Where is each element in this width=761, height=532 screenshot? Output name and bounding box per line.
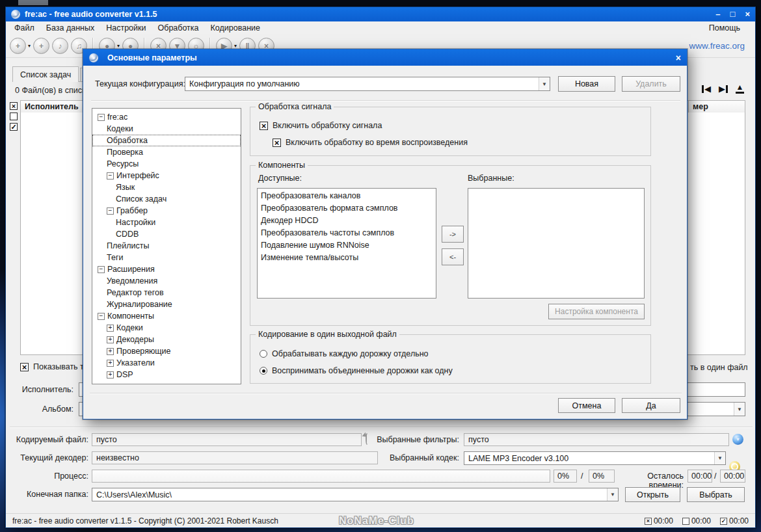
tree-expander-icon[interactable]: + bbox=[107, 371, 114, 379]
enable-processing-checkbox[interactable]: × Включить обработку сигнала bbox=[260, 121, 382, 130]
component-item[interactable]: Изменение темпа/высоты bbox=[258, 252, 436, 264]
menu-item[interactable]: Обработка bbox=[152, 22, 205, 34]
tree-item[interactable]: − Компоненты bbox=[92, 310, 241, 322]
tree-item[interactable]: + Декодеры bbox=[92, 334, 241, 345]
delete-config-button[interactable]: Удалить bbox=[622, 76, 680, 92]
tree-item[interactable]: Ресурсы bbox=[92, 158, 241, 170]
dropdown-arrow-icon[interactable] bbox=[607, 488, 618, 501]
joblist-checkbox[interactable]: ✓ bbox=[10, 123, 18, 131]
checkbox-icon[interactable]: × bbox=[20, 363, 29, 371]
tree-item[interactable]: − Расширения bbox=[92, 263, 241, 275]
toolbar-button[interactable]: ♪ bbox=[52, 38, 68, 54]
component-item[interactable]: Декодер HDCD bbox=[258, 215, 436, 227]
joined-tracks-radio[interactable]: Воспринимать объединенные дорожки как од… bbox=[260, 366, 453, 375]
tree-expander-icon[interactable]: + bbox=[107, 348, 114, 355]
tree-item[interactable]: Плейлисты bbox=[92, 240, 241, 252]
eject-button[interactable]: ▲ bbox=[736, 84, 744, 94]
tree-expander-icon[interactable]: − bbox=[107, 172, 114, 180]
dropdown-arrow-icon[interactable] bbox=[539, 77, 550, 90]
ok-button[interactable]: Да bbox=[622, 398, 680, 413]
tree-expander-icon[interactable]: − bbox=[98, 114, 105, 121]
configure-component-button[interactable]: Настройка компонента bbox=[548, 304, 645, 319]
tree-item[interactable]: − fre:ac bbox=[92, 111, 241, 123]
maximize-button[interactable]: □ bbox=[730, 8, 736, 21]
radio-icon[interactable] bbox=[260, 350, 267, 358]
cancel-button[interactable]: Отмена bbox=[558, 398, 615, 413]
close-button[interactable]: × bbox=[745, 8, 750, 21]
dropdown-arrow-icon[interactable] bbox=[117, 43, 120, 49]
move-right-button[interactable]: -> bbox=[442, 226, 464, 243]
tree-expander-icon[interactable]: − bbox=[98, 266, 105, 273]
filters-menu-button[interactable] bbox=[732, 434, 743, 445]
menu-item-help[interactable]: Помощь bbox=[703, 22, 746, 34]
open-folder-button[interactable]: Открыть bbox=[625, 487, 680, 502]
tree-expander-icon[interactable]: − bbox=[98, 313, 105, 320]
time-track: 00:00 bbox=[688, 470, 712, 483]
config-select[interactable]: Конфигурация по умолчанию bbox=[185, 77, 550, 91]
move-left-button[interactable]: <- bbox=[442, 248, 464, 265]
joblist-checkbox[interactable] bbox=[10, 113, 18, 120]
group-title: Компоненты bbox=[256, 161, 308, 170]
tree-item[interactable]: + Кодеки bbox=[92, 322, 241, 334]
tree-item[interactable]: Обработка bbox=[92, 135, 241, 146]
codec-select[interactable]: LAME MP3 Encoder v3.100 bbox=[464, 451, 726, 465]
menu-item[interactable]: Кодирование bbox=[205, 22, 266, 34]
tree-item[interactable]: + DSP bbox=[92, 369, 241, 380]
radio-icon[interactable] bbox=[260, 367, 267, 375]
website-link[interactable]: www.freac.org bbox=[689, 41, 745, 51]
tree-item[interactable]: Журналирование bbox=[92, 299, 241, 310]
tree-item[interactable]: + Проверяющие bbox=[92, 345, 241, 357]
tree-item[interactable]: Настройки bbox=[92, 217, 241, 228]
dropdown-arrow-icon[interactable] bbox=[734, 403, 745, 416]
enable-playback-processing-checkbox[interactable]: × Включить обработку во время воспроизве… bbox=[273, 138, 468, 147]
available-components-list[interactable]: Преобразователь каналовПреобразователь ф… bbox=[257, 188, 436, 299]
previous-track-button[interactable]: ◀ bbox=[702, 84, 711, 94]
toolbar-button[interactable]: + bbox=[10, 38, 31, 54]
tree-item[interactable]: Проверка bbox=[92, 146, 241, 158]
checkbox-icon[interactable]: × bbox=[273, 139, 281, 147]
tree-item[interactable]: CDDB bbox=[92, 228, 241, 240]
selected-components-list[interactable] bbox=[468, 188, 645, 299]
component-item[interactable]: Преобразователь частоты сэмплов bbox=[258, 227, 436, 239]
tree-expander-icon[interactable]: + bbox=[107, 325, 114, 332]
tree-item[interactable]: + Указатели bbox=[92, 357, 241, 369]
output-folder-label: Конечная папка: bbox=[6, 490, 88, 499]
dropdown-arrow-icon[interactable] bbox=[714, 452, 725, 464]
dropdown-arrow-icon[interactable] bbox=[234, 43, 237, 49]
checkbox-icon[interactable]: × bbox=[260, 122, 268, 130]
show-tags-checkbox[interactable]: × Показывать те bbox=[20, 362, 88, 371]
tree-item[interactable]: Язык bbox=[92, 181, 241, 193]
dialog-close-button[interactable]: × bbox=[676, 53, 681, 63]
component-item[interactable]: Преобразователь каналов bbox=[258, 190, 436, 202]
minimize-button[interactable]: – bbox=[715, 8, 720, 21]
tree-expander-icon[interactable]: + bbox=[107, 336, 114, 343]
component-item[interactable]: Преобразователь формата сэмплов bbox=[258, 202, 436, 215]
tree-expander-icon[interactable]: + bbox=[107, 360, 114, 367]
select-folder-button[interactable]: Выбрать bbox=[687, 487, 745, 502]
tree-item[interactable]: − Интерфейс bbox=[92, 170, 241, 181]
tree-item[interactable]: Редактор тегов bbox=[92, 287, 241, 299]
component-item[interactable]: Подавление шумов RNNoise bbox=[258, 239, 436, 252]
menu-item[interactable]: Файл bbox=[8, 22, 40, 34]
joblist-checkbox[interactable]: × bbox=[10, 102, 18, 110]
tree-item[interactable]: Список задач bbox=[92, 193, 241, 205]
menu-item[interactable]: База данных bbox=[40, 22, 100, 34]
tree-item[interactable]: − Граббер bbox=[92, 205, 241, 217]
tree-item[interactable]: Кодеки bbox=[92, 123, 241, 135]
menu-item[interactable]: Настройки bbox=[100, 22, 152, 34]
tree-item[interactable]: Уведомления bbox=[92, 275, 241, 287]
toolbar-button[interactable]: + bbox=[33, 38, 49, 54]
new-config-button[interactable]: Новая bbox=[558, 76, 615, 92]
tree-expander-icon[interactable]: − bbox=[107, 207, 114, 215]
output-folder-select[interactable]: C:\Users\Alex\Music\ bbox=[92, 488, 619, 501]
tab[interactable]: Список задач bbox=[12, 66, 79, 82]
separate-tracks-radio[interactable]: Обрабатывать каждую дорожку отдельно bbox=[260, 349, 429, 358]
dropdown-arrow-icon[interactable] bbox=[28, 43, 31, 49]
menu-items: ФайлБаза данныхНастройкиОбработкаКодиров… bbox=[8, 22, 266, 34]
signal-processing-group: Обработка сигнала × Включить обработку с… bbox=[250, 107, 651, 156]
refresh-icon[interactable] bbox=[366, 433, 368, 445]
status-time-icon: × bbox=[645, 518, 652, 525]
next-track-button[interactable]: ▶ bbox=[719, 84, 728, 94]
column-header-number[interactable]: мер bbox=[688, 100, 745, 113]
tree-item[interactable]: Теги bbox=[92, 252, 241, 263]
